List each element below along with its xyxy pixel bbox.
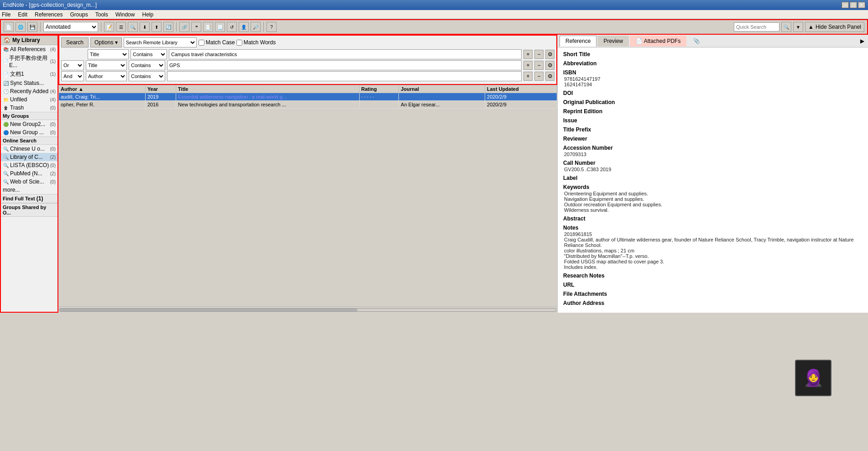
sidebar-item-unfiled[interactable]: 📁 Unfiled (4) [1, 95, 58, 104]
tab-reference[interactable]: Reference [559, 36, 596, 47]
toolbar-icon-help[interactable]: ? [267, 22, 277, 32]
sidebar-item-chinese-u[interactable]: 🔍 Chinese U o... (0) [1, 145, 58, 153]
search-condition-3[interactable]: Contains [129, 71, 165, 81]
ref-field-short-title: Short Title [563, 51, 863, 58]
match-case-checkbox[interactable] [199, 40, 204, 46]
toolbar-icon-refresh[interactable]: ↺ [227, 22, 237, 32]
col-year[interactable]: Year [145, 85, 176, 93]
sidebar-item-recently-added[interactable]: 🕐 Recently Added (4) [1, 87, 58, 95]
search-field-1[interactable]: Title [88, 49, 129, 59]
close-button[interactable]: ✕ [858, 2, 865, 8]
sidebar-item-library-of-c[interactable]: 🔍 Library of C... (2) [1, 153, 58, 161]
toolbar-icon-list[interactable]: ☰ [116, 22, 126, 32]
toolbar-icon-new-ref[interactable]: 📝 [104, 22, 114, 32]
search-field-3[interactable]: Author [86, 71, 127, 81]
col-last-updated[interactable]: Last Updated [485, 85, 557, 93]
new-group-icon: 🔵 [3, 129, 9, 136]
sidebar-item-handbag[interactable]: 📄 手把手教你使用E... (1) [1, 53, 58, 69]
search-button[interactable]: Search [61, 37, 89, 47]
menu-edit[interactable]: Edit [18, 11, 27, 18]
table-row[interactable]: audill, Craig; Tri... 2019 Essential wil… [59, 93, 557, 101]
toolbar-icon-person[interactable]: 👤 [239, 22, 249, 32]
tab-preview[interactable]: Preview [597, 36, 629, 47]
sidebar-item-new-group[interactable]: 🔵 New Group ... (0) [1, 128, 58, 136]
menu-file[interactable]: File [2, 11, 10, 18]
maximize-button[interactable]: □ [850, 2, 857, 8]
menu-help[interactable]: Help [142, 11, 153, 18]
search-value-3[interactable] [167, 71, 522, 81]
search-add-1[interactable]: + [523, 50, 533, 59]
ref-panel-collapse[interactable]: ▶ [858, 36, 866, 46]
style-selector[interactable]: Annotated [43, 22, 98, 32]
ref-field-accession-number: Accession Number 20709313 [563, 145, 863, 157]
search-remove-1[interactable]: − [534, 50, 544, 59]
search-bool-3[interactable]: And [61, 71, 84, 81]
sidebar-item-all-references[interactable]: 📚 All References (4) [1, 45, 58, 53]
col-rating[interactable]: Rating [359, 85, 399, 93]
lista-icon: 🔍 [3, 162, 9, 168]
search-value-1[interactable] [169, 49, 522, 59]
toolbar-icon-pdf[interactable]: 📑 [203, 22, 213, 32]
table-row[interactable]: opher, Peter R. 2016 New technologies an… [59, 101, 557, 109]
sidebar-item-pubmed[interactable]: 🔍 PubMed (N... (2) [1, 169, 58, 178]
toolbar-icon-file[interactable]: 📄 [4, 22, 14, 32]
search-field-2[interactable]: Title [86, 60, 127, 70]
menu-window[interactable]: Window [115, 11, 135, 18]
search-bool-2[interactable]: Or [61, 60, 84, 70]
toolbar-icon-link[interactable]: 🔗 [179, 22, 189, 32]
tab-attachment-icon[interactable]: 📎 [687, 36, 706, 47]
quick-search-button[interactable]: 🔍 [781, 22, 791, 32]
toolbar-icon-sync[interactable]: 🔄 [163, 22, 173, 32]
groups-shared-header[interactable]: Groups Shared by O... [1, 203, 58, 217]
toolbar-icon-upload[interactable]: ⬆ [152, 22, 162, 32]
find-full-text-header[interactable]: Find Full Text (1) [1, 194, 58, 203]
menu-groups[interactable]: Groups [70, 11, 88, 18]
scroll-thumb[interactable] [60, 309, 357, 311]
toolbar-icon-word[interactable]: 📃 [215, 22, 225, 32]
ref-field-abstract: Abstract [563, 215, 863, 222]
sidebar-item-sync[interactable]: 🔄 Sync Status... [1, 79, 58, 87]
toolbar-icon-quote[interactable]: ❝ [191, 22, 201, 32]
toolbar-icon-save[interactable]: 💾 [27, 22, 37, 32]
toolbar-icon-globe[interactable]: 🌐 [16, 22, 26, 32]
scroll-track[interactable] [59, 308, 556, 312]
search-add-2[interactable]: + [523, 61, 533, 70]
sidebar-item-trash[interactable]: 🗑 Trash (0) [1, 104, 58, 112]
search-remove-2[interactable]: − [534, 61, 544, 70]
match-words-checkbox[interactable] [236, 40, 242, 46]
horizontal-scrollbar[interactable] [58, 306, 557, 313]
search-remove-3[interactable]: − [534, 72, 544, 81]
cell-year: 2019 [145, 93, 176, 101]
ref-field-notes: Notes 2018961815 Craig Caudill, author o… [563, 225, 863, 270]
ref-field-reviewer: Reviewer [563, 136, 863, 142]
toolbar-icon-search[interactable]: 🔍 [128, 22, 138, 32]
menu-tools[interactable]: Tools [95, 11, 108, 18]
sidebar-item-more[interactable]: more... [1, 186, 58, 194]
hide-search-button[interactable]: ▲ Hide Search Panel [805, 22, 864, 32]
minimize-button[interactable]: ─ [842, 2, 849, 8]
search-options-3[interactable]: ⚙ [545, 72, 554, 81]
sidebar-item-lista[interactable]: 🔍 LISTA (EBSCO) (0) [1, 161, 58, 169]
quick-search-dropdown[interactable]: ▼ [793, 22, 803, 32]
sidebar-item-new-group2[interactable]: 🟢 New Group2... (0) [1, 120, 58, 128]
col-journal[interactable]: Journal [399, 85, 485, 93]
col-title[interactable]: Title [176, 85, 359, 93]
col-author[interactable]: Author ▲ [59, 85, 146, 93]
remote-library-select[interactable]: Search Remote Library [124, 37, 197, 47]
toolbar-separator-3 [176, 22, 177, 32]
menu-references[interactable]: References [35, 11, 63, 18]
toolbar-icon-download[interactable]: ⬇ [140, 22, 150, 32]
search-value-2[interactable] [167, 60, 522, 70]
quick-search-input[interactable] [734, 22, 779, 31]
tab-attached-pdfs[interactable]: 📄 Attached PDFs [630, 36, 686, 47]
search-options-2[interactable]: ⚙ [545, 61, 554, 70]
sidebar-item-web-of-sci[interactable]: 🔍 Web of Scie... (0) [1, 178, 58, 186]
sidebar-item-doc1[interactable]: 📄 文档1 (1) [1, 69, 58, 79]
search-condition-2[interactable]: Contains [129, 60, 165, 70]
options-button[interactable]: Options ▾ [90, 37, 122, 47]
search-condition-1[interactable]: Contains [131, 49, 167, 59]
search-options-1[interactable]: ⚙ [545, 50, 554, 59]
toolbar-icon-zoom[interactable]: 🔎 [251, 22, 261, 32]
my-library-header: 🏠 My Library [1, 36, 58, 45]
search-add-3[interactable]: + [523, 72, 533, 81]
